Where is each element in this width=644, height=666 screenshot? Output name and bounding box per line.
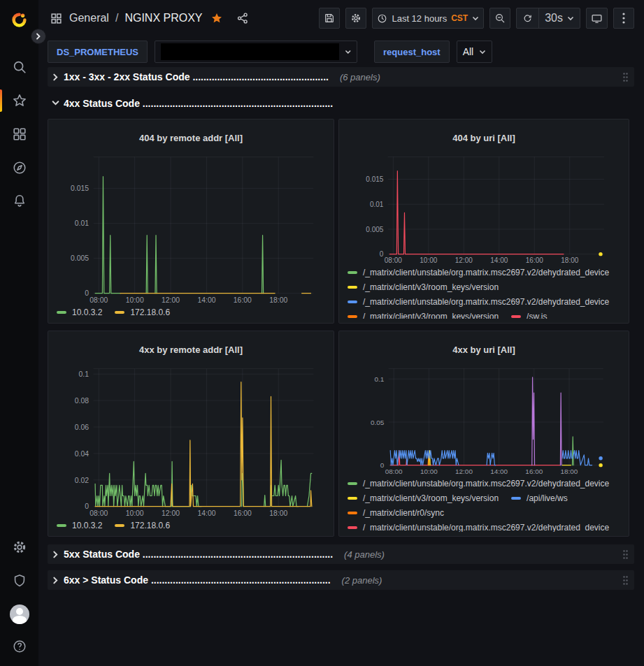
panel-title[interactable]: 4xx by remote addr [All]: [55, 343, 327, 357]
legend-item[interactable]: /_matrix/client/unstable/org.matrix.msc2…: [348, 295, 609, 310]
gear-icon: [350, 13, 362, 24]
dashboard-title[interactable]: NGINX PROXY: [124, 12, 202, 24]
sidebar-item-starred[interactable]: [0, 87, 38, 115]
time-series-chart[interactable]: 08:0010:0012:0014:0016:0018:0000.050.1: [346, 365, 623, 477]
panel-title[interactable]: 404 by uri [All]: [346, 131, 622, 145]
row-header-5xx[interactable]: 5xx Status Code ........................…: [48, 544, 634, 564]
legend-label: /_matrix/client/unstable/org.matrix.msc2…: [363, 268, 609, 277]
datasource-select[interactable]: [155, 41, 357, 63]
legend-swatch: [348, 286, 357, 289]
row-drag-handle-icon[interactable]: [622, 549, 629, 560]
panel-title[interactable]: 404 by remote addr [All]: [55, 131, 327, 145]
chevron-down-icon: [345, 48, 352, 55]
svg-text:0.01: 0.01: [75, 219, 89, 227]
panel-404-by-uri: 404 by uri [All] 08:0010:0012:0014:0016:…: [338, 119, 629, 324]
save-dashboard-button[interactable]: [319, 8, 340, 29]
breadcrumb-divider: /: [115, 12, 118, 24]
share-icon[interactable]: [236, 12, 249, 24]
panel-4xx-by-remote-addr: 4xx by remote addr [All] 08:0010:0012:00…: [48, 331, 334, 537]
svg-text:0: 0: [85, 502, 89, 510]
legend-item[interactable]: /_matrix/client/v3/room_keys/version: [348, 280, 499, 295]
legend-label: 10.0.3.2: [72, 521, 102, 530]
legend-item[interactable]: /_matrix/client/unstable/org.matrix.msc2…: [348, 520, 609, 532]
row-header-4xx[interactable]: 4xx Status Code ........................…: [48, 94, 634, 113]
chevron-down-icon: [52, 99, 59, 107]
legend-item[interactable]: /_matrix/client/v3/room_keys/version: [348, 310, 499, 319]
legend-swatch: [511, 315, 521, 318]
svg-text:10:00: 10:00: [420, 468, 438, 475]
more-options-button[interactable]: [613, 8, 634, 29]
dashboard-settings-button[interactable]: [345, 8, 366, 29]
time-range-picker[interactable]: Last 12 hours CST: [372, 8, 484, 29]
chevron-right-icon: [52, 551, 59, 558]
row-header-1xx-3xx-2xx[interactable]: 1xx - 3xx - 2xx Status Code ............…: [48, 67, 634, 87]
submenu: DS_PROMETHEUS request_host All: [38, 36, 644, 67]
refresh-button[interactable]: [517, 8, 538, 28]
row-header-6xx[interactable]: 6xx > Status Code ......................…: [48, 570, 634, 590]
svg-text:14:00: 14:00: [490, 468, 508, 475]
svg-text:16:00: 16:00: [234, 296, 252, 303]
sidebar-item-dashboards[interactable]: [0, 120, 38, 148]
legend-label: /_matrix/client/unstable/org.matrix.msc2…: [363, 523, 609, 532]
breadcrumb-folder[interactable]: General: [69, 12, 109, 24]
row-panel-count: (4 panels): [344, 549, 385, 560]
svg-text:12:00: 12:00: [162, 509, 180, 516]
favorite-star-icon[interactable]: [210, 12, 223, 24]
row-title: 1xx - 3xx - 2xx Status Code: [64, 71, 192, 82]
bell-icon: [12, 194, 27, 209]
legend-item[interactable]: 172.18.0.6: [115, 518, 170, 532]
legend-swatch: [348, 526, 357, 529]
svg-text:0.1: 0.1: [79, 370, 90, 378]
legend-item[interactable]: 10.0.3.2: [57, 305, 102, 319]
row-title-dots: ........................................…: [192, 71, 328, 82]
legend-swatch: [348, 301, 357, 303]
time-series-chart[interactable]: 08:0010:0012:0014:0016:0018:0000.0050.01…: [346, 153, 623, 266]
legend-label: 172.18.0.6: [130, 307, 170, 317]
refresh-interval-dropdown[interactable]: 30s: [538, 8, 580, 28]
legend-label: /_matrix/client/unstable/org.matrix.msc2…: [363, 479, 609, 488]
sidebar-item-server-admin[interactable]: [0, 567, 38, 595]
svg-text:0.005: 0.005: [366, 225, 383, 233]
legend-item[interactable]: /_matrix/client/unstable/org.matrix.msc2…: [348, 476, 609, 491]
legend-item[interactable]: /_matrix/client/v3/room_keys/version: [348, 491, 499, 505]
sidebar-item-explore[interactable]: [0, 154, 38, 182]
chevron-down-icon: [472, 15, 479, 22]
row-drag-handle-icon[interactable]: [622, 72, 629, 82]
row-title: 6xx > Status Code: [64, 574, 151, 586]
sidebar-item-help[interactable]: [0, 632, 38, 660]
zoom-out-button[interactable]: [489, 8, 510, 29]
legend-swatch: [348, 512, 357, 514]
time-series-chart[interactable]: 08:0010:0012:0014:0016:0018:0000.0050.01…: [55, 153, 328, 305]
kebab-menu-icon: [622, 13, 625, 24]
legend-item[interactable]: 172.18.0.6: [115, 305, 170, 319]
search-icon: [12, 59, 27, 75]
navbar-actions: Last 12 hours CST: [319, 8, 634, 29]
svg-text:0: 0: [380, 461, 385, 469]
request-host-select[interactable]: All: [457, 41, 493, 63]
svg-text:10:00: 10:00: [420, 256, 437, 264]
sidebar-item-alerting[interactable]: [0, 187, 38, 215]
legend-item[interactable]: /api/live/ws: [511, 491, 568, 505]
sidebar-item-profile[interactable]: [0, 600, 38, 628]
legend-item[interactable]: 10.0.3.2: [57, 518, 102, 532]
legend-label: 172.18.0.6: [130, 521, 170, 530]
row-drag-handle-icon[interactable]: [622, 575, 629, 586]
tv-mode-button[interactable]: [586, 8, 608, 29]
legend-item[interactable]: /sw.js: [511, 310, 547, 319]
sidebar-item-configuration[interactable]: [0, 533, 38, 561]
apps-grid-icon: [50, 12, 63, 25]
sidebar-expand-button[interactable]: [31, 29, 46, 44]
zoom-out-icon: [494, 13, 506, 24]
legend-item[interactable]: /_matrix/client/unstable/org.matrix.msc2…: [348, 266, 609, 280]
svg-text:0.015: 0.015: [71, 184, 89, 192]
avatar: [10, 605, 29, 624]
svg-text:16:00: 16:00: [525, 468, 543, 475]
panel-title[interactable]: 4xx by uri [All]: [346, 343, 622, 357]
panel-404-by-remote-addr: 404 by remote addr [All] 08:0010:0012:00…: [48, 119, 334, 324]
monitor-icon: [591, 13, 603, 24]
save-icon: [324, 13, 335, 24]
legend-item[interactable]: /_matrix/client/r0/sync: [348, 505, 444, 520]
time-series-chart[interactable]: 08:0010:0012:0014:0016:0018:0000.020.040…: [55, 365, 328, 519]
sidebar-item-search[interactable]: [0, 53, 38, 81]
svg-text:12:00: 12:00: [162, 296, 180, 303]
